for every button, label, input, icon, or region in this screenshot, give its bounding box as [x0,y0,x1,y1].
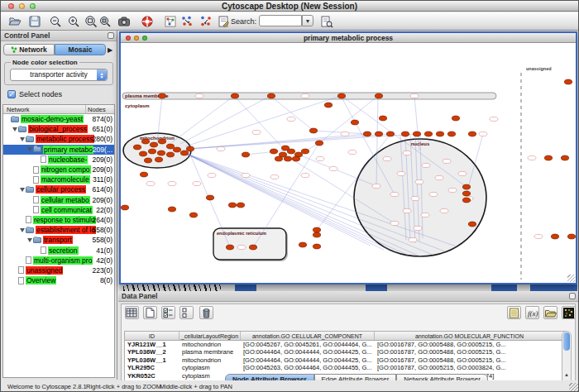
network-node[interactable] [468,222,476,227]
network-node[interactable] [186,146,194,151]
network-node[interactable] [249,245,256,250]
network-node[interactable] [157,151,165,155]
minimize-window-button[interactable] [19,3,25,9]
network-node[interactable] [231,93,238,98]
network-tree-row[interactable]: establishment of lo558(0) [3,225,114,235]
network-node[interactable] [168,207,175,212]
table-row[interactable]: YPL036W__1mitochondrion[GO:0044464, GO:0… [125,356,567,364]
frame-minimize-button[interactable] [134,36,139,41]
network-node[interactable] [468,131,476,136]
network-canvas[interactable]: plasma membranecytoplasmmitochondrionnuc… [121,43,576,283]
network-node[interactable] [144,158,151,163]
network-tree-row[interactable]: transport558(0) [3,235,114,245]
attribute-matrix-icon[interactable] [562,306,576,319]
network-tree-row[interactable]: macromolecule311(0) [3,174,114,184]
network-node[interactable] [313,232,320,237]
node-color-dropdown[interactable]: transporter activity ▲▼ [10,69,108,81]
network-node[interactable] [180,151,188,155]
zoom-fit-icon[interactable] [84,14,98,29]
network-node[interactable] [452,116,459,121]
network-tree-row[interactable]: nitrogen compo209(0) [3,165,114,174]
network-node[interactable] [375,93,382,98]
network-node[interactable] [313,244,320,249]
table-row[interactable]: YPL036W__2plasma membrane[GO:0044464, GO… [125,348,567,356]
network-node[interactable] [155,157,162,162]
network-node[interactable] [237,203,244,208]
frame-close-button[interactable] [126,36,131,41]
network-node[interactable] [150,142,157,147]
network-tree-row[interactable]: primary metabo209(... [3,145,114,155]
network-tree-row[interactable]: Overview8(0) [3,275,114,285]
delete-attribute-icon[interactable] [199,306,213,319]
network-node[interactable] [313,227,320,232]
help-lifebuoy-icon[interactable] [140,14,155,29]
network-node[interactable] [267,93,275,98]
tree-expand-arrow-icon[interactable] [27,146,33,152]
tree-expand-arrow-icon[interactable] [20,227,26,233]
tree-expand-arrow-icon[interactable] [20,187,26,193]
network-node[interactable] [351,120,358,125]
tab-mosaic[interactable]: Mosaic [55,44,106,55]
network-node[interactable] [462,184,470,189]
network-node[interactable] [424,131,432,136]
network-tree-row[interactable]: cell communicat22(0) [3,205,114,215]
network-node[interactable] [270,149,277,154]
network-tree-row[interactable]: metabolic process280(0) [3,134,114,144]
network-node[interactable] [386,131,394,136]
table-row[interactable]: YJR121W__1mitochondrion[GO:0045267, GO:0… [125,341,567,348]
import-attributes-icon[interactable] [543,306,557,319]
network-node[interactable] [242,152,249,157]
unselect-attributes-icon[interactable] [179,306,194,319]
maximize-window-button[interactable] [30,3,36,9]
column-header[interactable]: annotation.GO MOLECULAR_FUNCTION [375,332,565,340]
table-row[interactable]: YLR295Ccytoplasm[GO:0045263, GO:0044464,… [125,364,567,371]
zoom-selected-icon[interactable] [98,14,112,29]
network-node[interactable] [158,139,165,144]
network-tree-row[interactable]: multi-organism pro42(0) [3,256,114,265]
tab-scroll-right-button[interactable]: ▶ [106,44,114,55]
network-node[interactable] [228,203,236,208]
network-node[interactable] [301,149,309,154]
float-panel-icon[interactable] [569,293,576,299]
annotation-icon[interactable] [216,14,231,29]
network-node[interactable] [413,131,420,136]
column-header[interactable]: annotation.GO CELLULAR_COMPONENT [241,332,375,340]
network-node[interactable] [337,93,345,98]
network-node[interactable] [275,156,282,161]
frame-maximize-button[interactable] [142,36,147,41]
network-view-titlebar[interactable]: primary metabolic process [121,33,576,43]
network-node[interactable] [189,213,197,218]
window-resize-grip[interactable] [569,383,578,392]
zoom-out-icon[interactable] [48,14,63,29]
network-node[interactable] [281,146,289,151]
network-node[interactable] [141,139,149,144]
network-node[interactable] [315,141,323,146]
network-tree-row[interactable]: secretion41(0) [3,245,114,255]
layout-scatter-2-icon[interactable] [199,14,213,29]
tree-expand-arrow-icon[interactable] [12,127,18,132]
table-grid-icon[interactable] [125,306,139,319]
network-tree-row[interactable]: response to stimulu264(0) [3,215,114,225]
network-tree-row[interactable]: biological_process651(0) [3,124,114,134]
network-node[interactable] [166,152,174,157]
network-node[interactable] [447,131,455,136]
network-tree-row[interactable]: nucleobase-209(0) [3,155,114,165]
scrollbar-thumb[interactable] [563,332,570,351]
network-tree-row[interactable]: unassigned223(0) [3,265,114,275]
network-node[interactable] [567,234,575,239]
search-input[interactable] [259,15,302,26]
canvas-resize-grip[interactable] [567,275,575,282]
zoom-in-icon[interactable] [66,14,81,29]
network-node[interactable] [436,131,443,136]
network-overview-icon[interactable] [163,14,178,29]
column-header[interactable]: ID [125,332,179,340]
open-icon[interactable] [7,14,22,29]
network-node[interactable] [363,131,371,136]
save-icon[interactable] [27,14,42,29]
network-tree-row[interactable]: cellular process614(0) [3,184,114,194]
network-node[interactable] [379,116,386,121]
tab-network[interactable]: Network [3,44,55,55]
network-node[interactable] [299,242,306,247]
network-node[interactable] [324,103,332,108]
snapshot-icon[interactable] [117,14,132,29]
